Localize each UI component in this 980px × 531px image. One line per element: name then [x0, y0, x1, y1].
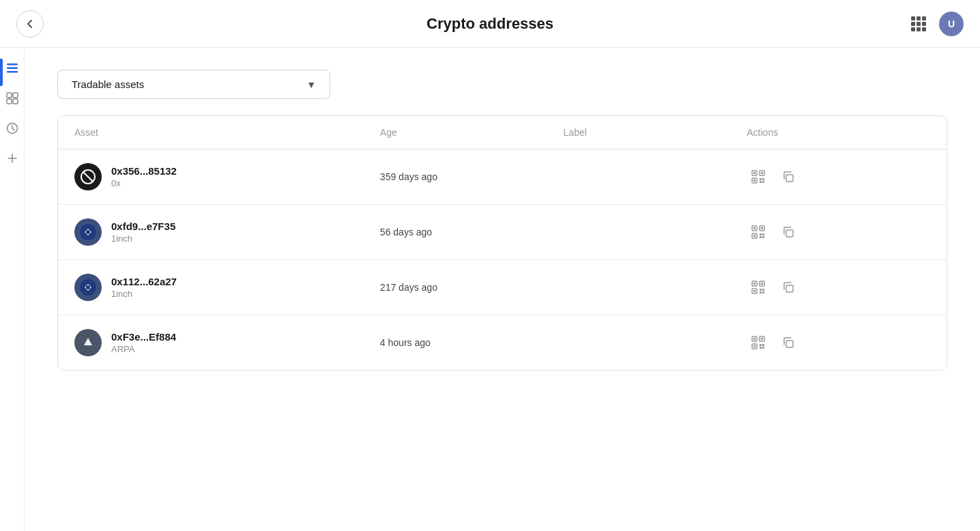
svg-rect-0 [7, 63, 18, 66]
svg-rect-5 [7, 99, 12, 104]
asset-cell-2: 0x112...62a27 1inch [74, 274, 380, 301]
asset-info-2: 0x112...62a27 1inch [111, 276, 177, 299]
age-cell-2: 217 days ago [380, 282, 564, 293]
asset-icon-1 [74, 218, 102, 246]
dropdown-arrow-icon: ▼ [306, 79, 316, 90]
svg-point-22 [86, 230, 90, 234]
svg-rect-20 [786, 175, 793, 182]
sidebar-item-3[interactable] [3, 119, 22, 138]
svg-rect-24 [753, 227, 755, 229]
svg-rect-28 [753, 235, 755, 237]
svg-rect-18 [760, 181, 762, 183]
column-age: Age [380, 127, 564, 138]
back-button[interactable] [16, 10, 44, 38]
svg-rect-29 [760, 233, 762, 235]
svg-rect-41 [753, 290, 755, 292]
qr-code-icon [751, 280, 766, 295]
copy-button-3[interactable] [777, 331, 800, 354]
asset-cell-0: 0x356...85132 0x [74, 163, 380, 190]
qr-code-icon [751, 335, 766, 350]
svg-rect-31 [760, 236, 762, 238]
asset-address-1: 0xfd9...e7F35 [111, 220, 175, 232]
qr-button-3[interactable] [747, 331, 770, 354]
qr-button-1[interactable] [747, 220, 770, 244]
asset-cell-3: 0xF3e...Ef884 ARPA [74, 329, 380, 356]
tradable-assets-dropdown[interactable]: Tradable assets ▼ [57, 70, 330, 99]
asset-info-3: 0xF3e...Ef884 ARPA [111, 331, 176, 354]
svg-rect-3 [7, 93, 12, 98]
actions-cell-0 [747, 165, 930, 188]
svg-rect-26 [761, 227, 763, 229]
sidebar-item-4[interactable] [3, 149, 22, 168]
svg-rect-13 [761, 172, 763, 174]
table-header: Asset Age Label Actions [58, 116, 947, 149]
table-row: 0xF3e...Ef884 ARPA 4 hours ago [58, 315, 947, 370]
asset-coin-3: ARPA [111, 344, 176, 354]
svg-rect-49 [753, 338, 755, 340]
svg-rect-39 [761, 283, 763, 285]
copy-button-2[interactable] [777, 276, 800, 299]
svg-point-35 [86, 285, 90, 289]
svg-rect-57 [762, 347, 764, 349]
table-row: 0x356...85132 0x 359 days ago [58, 149, 947, 205]
copy-icon [781, 225, 795, 239]
svg-line-9 [83, 172, 93, 182]
dropdown-container: Tradable assets ▼ [57, 70, 947, 99]
qr-code-icon [751, 225, 766, 240]
copy-button-1[interactable] [777, 220, 800, 244]
asset-coin-1: 1inch [111, 233, 175, 244]
svg-rect-30 [762, 233, 764, 235]
svg-rect-6 [13, 99, 18, 104]
table-container: Asset Age Label Actions 0x356...85132 [57, 115, 947, 371]
table-row: 0x112...62a27 1inch 217 days ago [58, 260, 947, 315]
asset-address-2: 0x112...62a27 [111, 276, 177, 287]
table-row: 0xfd9...e7F35 1inch 56 days ago [58, 205, 947, 260]
header-left [16, 10, 44, 38]
age-cell-0: 359 days ago [380, 171, 564, 182]
avatar[interactable]: U [939, 12, 964, 36]
apps-icon-button[interactable] [906, 12, 931, 36]
asset-info-1: 0xfd9...e7F35 1inch [111, 220, 175, 244]
svg-rect-51 [761, 338, 763, 340]
asset-coin-0: 0x [111, 178, 177, 188]
qr-button-2[interactable] [747, 276, 770, 299]
svg-rect-42 [760, 289, 762, 291]
page-title: Crypto addresses [427, 15, 553, 33]
svg-rect-15 [753, 180, 755, 182]
copy-icon [781, 170, 795, 184]
sidebar-item-2[interactable] [3, 89, 22, 108]
sidebar-item-1[interactable] [3, 59, 22, 78]
header: Crypto addresses U [0, 0, 980, 48]
svg-rect-45 [762, 291, 764, 293]
layout: Tradable assets ▼ Asset Age Label Action… [0, 48, 980, 531]
asset-icon-3 [74, 329, 102, 356]
svg-rect-4 [13, 93, 18, 98]
qr-button-0[interactable] [747, 165, 770, 188]
asset-icon-0 [74, 163, 102, 190]
svg-rect-19 [762, 181, 764, 183]
svg-rect-44 [760, 291, 762, 293]
age-cell-1: 56 days ago [380, 227, 564, 238]
column-asset: Asset [74, 127, 380, 138]
main-content: Tradable assets ▼ Asset Age Label Action… [25, 48, 980, 531]
svg-rect-46 [786, 285, 793, 292]
actions-cell-3 [747, 331, 930, 354]
asset-cell-1: 0xfd9...e7F35 1inch [74, 218, 380, 246]
svg-rect-56 [760, 347, 762, 349]
asset-icon-2 [74, 274, 102, 301]
svg-rect-58 [786, 341, 793, 347]
actions-cell-2 [747, 276, 930, 299]
svg-rect-11 [753, 172, 755, 174]
svg-rect-53 [753, 345, 755, 347]
asset-info-0: 0x356...85132 0x [111, 165, 177, 188]
column-actions: Actions [747, 127, 930, 138]
copy-button-0[interactable] [777, 165, 800, 188]
sidebar [0, 48, 25, 531]
copy-icon [781, 336, 795, 349]
asset-address-3: 0xF3e...Ef884 [111, 331, 176, 343]
grid-icon [911, 16, 926, 31]
svg-rect-16 [760, 178, 762, 180]
header-right: U [906, 12, 964, 36]
svg-rect-32 [762, 236, 764, 238]
actions-cell-1 [747, 220, 930, 244]
